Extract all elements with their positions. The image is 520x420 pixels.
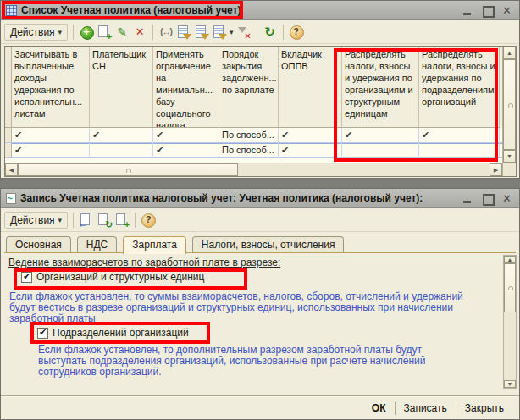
table-cell[interactable] (90, 143, 153, 158)
filter-menu-icon[interactable] (212, 25, 227, 40)
table-cell[interactable]: ✔ (12, 128, 90, 142)
table-cell[interactable]: ✔ (419, 128, 500, 142)
tab-bar: Основная НДС Зарплата Налоги, взносы, от… (6, 236, 344, 253)
vertical-scrollbar[interactable]: ▲ ▼ (502, 47, 516, 163)
filter-set-icon[interactable] (194, 25, 209, 40)
filter-dropdown-arrow-icon[interactable]: ▾ (230, 28, 234, 36)
mdi-workspace: Список Учетная политика (налоговый учет)… (0, 0, 520, 420)
horizontal-scrollbar[interactable]: ◀ ▶ (5, 163, 502, 176)
list-window-title: Список Учетная политика (налоговый учет) (21, 4, 241, 16)
window-controls: ✕ (462, 5, 514, 16)
table-cell[interactable]: ✔ (279, 128, 342, 142)
org-units-hint-text: Если флажок установлен, то суммы взаимор… (9, 291, 479, 324)
table-cell[interactable] (419, 143, 500, 158)
minimize-icon[interactable] (462, 5, 473, 16)
subdivisions-checkbox-row: Подразделений организаций (37, 327, 189, 339)
toolbar-separator (152, 25, 153, 40)
scrollbar-corner (502, 163, 516, 176)
record-window: Запись Учетная политика налоговый учет: … (0, 188, 520, 420)
org-units-checkbox[interactable] (21, 272, 32, 283)
table-cell[interactable]: ✔ (342, 128, 419, 142)
record-window-icon (6, 193, 16, 204)
save-button[interactable]: Записать (396, 400, 456, 417)
footer-button-bar: ОК Записать Закрыть (1, 397, 519, 419)
minimize-icon[interactable] (462, 193, 473, 204)
table-row[interactable]: ✔ ✔ По способ... ✔ (5, 143, 502, 158)
window-controls: ✕ (462, 193, 514, 204)
tab-nalogi[interactable]: Налоги, взносы, отчисления (192, 236, 345, 253)
column-header[interactable]: Распределять налоги, взносы и удержания … (419, 47, 500, 128)
maximize-icon[interactable] (482, 193, 493, 204)
scrollbar-track[interactable] (238, 163, 490, 176)
maximize-icon[interactable] (482, 5, 493, 16)
help-icon[interactable] (289, 25, 304, 40)
list-window-titlebar[interactable]: Список Учетная политика (налоговый учет)… (1, 1, 519, 20)
interval-icon[interactable]: (↔) (158, 25, 174, 40)
scrollbar-thumb[interactable] (504, 263, 516, 312)
column-header[interactable]: Порядок закрытия задолженн... по зарплат… (219, 47, 279, 128)
actions-menu-button[interactable]: Действия ▾ (4, 212, 68, 229)
subdivisions-hint-text: Если флажок установлен, то дополнительны… (38, 345, 457, 378)
close-icon[interactable]: ✕ (501, 193, 512, 204)
filter-clear-icon: ✕ (236, 25, 252, 40)
scrollbar-thumb[interactable] (18, 163, 238, 176)
table-cell[interactable]: ✔ (12, 143, 90, 158)
filter-icon[interactable] (176, 25, 191, 40)
edit-icon[interactable]: ✎ (114, 25, 130, 40)
tab-zarplata[interactable]: Зарплата (123, 236, 186, 254)
actions-menu-button[interactable]: Действия ▾ (4, 24, 68, 41)
table-cell[interactable]: ✔ (90, 128, 153, 142)
tab-panel-border (4, 252, 516, 253)
ok-button[interactable]: ОК (363, 400, 395, 417)
column-header[interactable]: Вкладчик ОППВ (279, 47, 342, 128)
add-icon[interactable] (79, 25, 94, 40)
scroll-up-icon[interactable]: ▲ (504, 256, 516, 263)
actions-label: Действия (10, 214, 55, 226)
row-selector[interactable] (5, 128, 12, 142)
table-cell[interactable]: По способ... (219, 143, 279, 158)
table-cell[interactable]: По способ... (219, 128, 279, 142)
row-selector[interactable] (5, 143, 12, 158)
table-row[interactable]: ✔ ✔ ✔ По способ... ✔ ✔ ✔ (5, 128, 502, 143)
toolbar-separator (73, 213, 74, 228)
scrollbar-thumb[interactable] (503, 59, 516, 150)
scroll-down-icon[interactable]: ▼ (503, 150, 516, 163)
help-icon[interactable] (141, 213, 156, 228)
column-header[interactable]: Применять ограничение на минимальн... ба… (153, 47, 219, 128)
org-units-checkbox-label[interactable]: Организаций и структурных единиц (36, 271, 204, 283)
scroll-down-icon[interactable]: ▼ (504, 380, 516, 388)
record-window-titlebar[interactable]: Запись Учетная политика налоговый учет: … (1, 189, 519, 208)
delete-icon[interactable]: ✕ (132, 25, 147, 40)
column-header[interactable]: Плательщик СН (90, 47, 153, 128)
table-cell[interactable]: ✔ (153, 128, 219, 142)
reread-icon[interactable]: ← (79, 213, 94, 228)
close-button[interactable]: Закрыть (456, 400, 512, 417)
refresh-icon[interactable]: ↻ (263, 25, 278, 40)
close-icon[interactable]: ✕ (501, 5, 512, 16)
subdivisions-checkbox[interactable] (37, 328, 48, 339)
subdivisions-checkbox-label[interactable]: Подразделений организаций (53, 327, 189, 339)
column-header[interactable]: Распределять налоги, взносы и удержания … (342, 47, 419, 128)
table-cell[interactable]: ✔ (153, 143, 219, 158)
column-header[interactable]: Засчитывать в выплаченные доходы удержан… (12, 47, 90, 128)
section-label: Ведение взаиморасчетов по заработной пла… (8, 257, 280, 268)
vertical-scrollbar[interactable]: ▲ ▼ (503, 255, 517, 389)
dropdown-arrow-icon: ▾ (58, 216, 63, 224)
copy-record-icon[interactable]: + (114, 213, 130, 228)
scrollbar-track[interactable] (504, 312, 516, 380)
scroll-right-icon[interactable]: ▶ (490, 163, 502, 176)
tab-osnovnaya[interactable]: Основная (6, 236, 71, 253)
tab-nds[interactable]: НДС (77, 236, 117, 253)
table-cell[interactable]: ✔ (279, 143, 342, 158)
toolbar-separator (257, 25, 257, 40)
record-window-title: Запись Учетная политика налоговый учет: … (20, 192, 423, 204)
toolbar-separator (73, 25, 74, 40)
record-toolbar: Действия ▾ ← ↻ + (1, 208, 519, 232)
scroll-left-icon[interactable]: ◀ (5, 163, 18, 176)
list-window: Список Учетная политика (налоговый учет)… (0, 0, 520, 179)
org-units-checkbox-row: Организаций и структурных единиц (21, 271, 204, 283)
refresh-form-icon[interactable]: ↻ (97, 213, 112, 228)
copy-icon[interactable]: + (97, 25, 112, 40)
scroll-up-icon[interactable]: ▲ (503, 47, 516, 59)
table-cell[interactable] (342, 143, 419, 158)
